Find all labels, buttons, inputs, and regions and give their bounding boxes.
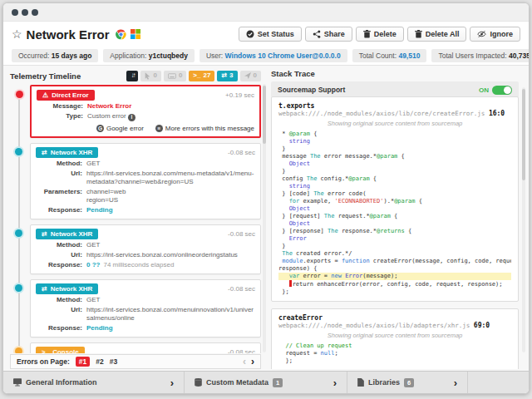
info-badge: Application: y1ctuqbedy [103, 49, 195, 62]
stack-frame[interactable]: t.exports webpack:///./node_modules/axio… [271, 96, 519, 302]
telemetry-timeline: ⚠Direct Error+0.19 secMessage:Network Er… [10, 85, 261, 353]
info-badge: Occurred: 15 days ago [12, 49, 98, 62]
filter-network-button[interactable]: ⇄3 [217, 71, 237, 81]
entry-field: Url:https://int-services.bonzai.com/menu… [36, 170, 255, 186]
info-badge[interactable]: Total Count: 49,510 [352, 49, 427, 62]
entry-field: Method:GET [36, 296, 255, 304]
telemetry-entry-network[interactable]: ⇄Network XHR-0.08 secMethod:GETUrl:https… [30, 279, 261, 337]
network-icon: ⇄ [42, 149, 47, 156]
network-icon: ⇄ [42, 230, 47, 238]
filter-inputs-button[interactable]: 0 [164, 71, 186, 81]
error-page-2[interactable]: #2 [96, 357, 103, 366]
frame-location: 16:0 [489, 110, 505, 117]
telemetry-entry-console[interactable]: >_Console-0.08 secSeverity:DEBUGMessage:… [30, 342, 261, 353]
tab-custom-metadata[interactable]: Custom Metadata1› [185, 372, 347, 393]
telemetry-panel: Telemetry Timeline ↓↑00>_27⇄30 ⚠Direct E… [10, 69, 261, 369]
action-google-error-link[interactable]: G Google error [96, 125, 144, 132]
navigation-icon [244, 72, 251, 79]
window-control-icon[interactable] [22, 9, 28, 16]
filter-console-button[interactable]: >_27 [189, 71, 214, 81]
error-icon: ⚠ [42, 91, 48, 99]
share-button[interactable]: Share [305, 27, 352, 42]
frame-file: webpack:///./node_modules/axios/lib/adap… [278, 322, 470, 329]
prev-error-arrow-icon[interactable]: ‹ [243, 356, 246, 367]
entry-field: Parameters:channel=web region=US [36, 188, 255, 204]
timeline-dot-icon [15, 229, 22, 237]
tab-count-badge: 1 [273, 378, 283, 387]
stack-frame[interactable]: createError webpack:///./node_modules/ax… [271, 308, 519, 369]
main-content: Telemetry Timeline ↓↑00>_27⇄30 ⚠Direct E… [3, 65, 529, 371]
error-page-1[interactable]: #1 [76, 357, 90, 367]
filter-navigation-button[interactable]: 0 [240, 71, 261, 81]
screen: ☆ Network Error Set StatusShareDeleteDel… [0, 0, 532, 399]
entry-type-badge: ⇄Network XHR [36, 147, 98, 158]
trash-icon [363, 30, 371, 38]
entry-timestamp: -0.08 sec [228, 348, 255, 353]
console-icon: >_ [193, 72, 200, 79]
entry-field: Method:GET [36, 241, 255, 249]
app-window: ☆ Network Error Set StatusShareDeleteDel… [2, 2, 530, 394]
set-status-button[interactable]: Set Status [239, 27, 302, 42]
window-control-icon[interactable] [12, 9, 18, 16]
network-icon: ⇄ [42, 285, 47, 293]
entry-type-badge: ⇄Network XHR [36, 283, 98, 294]
entry-field: Response:Pending [36, 206, 255, 214]
source-code: // Clean up request request = null; }; /… [278, 342, 511, 369]
timeline-dot-icon [15, 148, 22, 155]
filter-sort-button[interactable]: ↓↑ [126, 71, 138, 81]
entry-timestamp: -0.08 sec [228, 149, 255, 156]
chrome-icon [116, 29, 126, 40]
clicks-icon [145, 72, 150, 80]
windows-icon [131, 29, 140, 39]
telemetry-entry-network[interactable]: ⇄Network XHR-0.08 secMethod:GETUrl:https… [30, 224, 261, 274]
share-icon [313, 30, 321, 38]
action-more-errors-link[interactable]: ≡ More errors with this message [155, 125, 254, 132]
tab-general-information[interactable]: General Information› [3, 372, 185, 393]
entry-field: Type:Custom error i [37, 112, 254, 121]
info-icon[interactable]: i [128, 114, 135, 121]
entry-field: Url:https://int-services.bonzai.com/onli… [36, 251, 255, 259]
error-page-list: #1#2#3 [70, 357, 117, 366]
stack-scrollbar[interactable] [522, 87, 525, 352]
entry-type-badge: >_Console [36, 347, 85, 353]
info-badge[interactable]: User: Windows 10 Chrome User@0.0.0.0 [200, 49, 347, 62]
telemetry-entry-network[interactable]: ⇄Network XHR-0.08 secMethod:GETUrl:https… [30, 143, 261, 219]
window-control-icon[interactable] [32, 9, 38, 16]
tab-libraries[interactable]: Libraries6› [347, 372, 468, 393]
telemetry-entry-error[interactable]: ⚠Direct Error+0.19 secMessage:Network Er… [30, 85, 261, 138]
sourcemap-support-label: Sourcemap Support [278, 86, 345, 94]
telemetry-scrollbar[interactable] [263, 84, 266, 352]
info-badge: Total Users Impacted: 40,735 [431, 49, 530, 62]
delete-button[interactable]: Delete [356, 27, 404, 42]
entry-field: Url:https://int-services.bonzai.com/menu… [36, 306, 255, 323]
inputs-icon [168, 73, 176, 79]
entry-field: Response:0 ??74 milliseconds elapsed [36, 261, 255, 269]
error-info-bar: Occurred: 15 days agoApplication: y1ctuq… [3, 47, 529, 65]
chevron-right-icon: › [454, 377, 457, 388]
window-titlebar [3, 3, 529, 22]
filter-clicks-button[interactable]: 0 [140, 71, 160, 81]
favorite-star-icon[interactable]: ☆ [12, 27, 22, 41]
sourcemap-note: Showing original source content from sou… [278, 120, 511, 127]
frame-location: 69:0 [474, 322, 490, 329]
tab-count-badge: 6 [404, 378, 414, 387]
ignore-button[interactable]: Ignore [470, 27, 520, 42]
menu-circle-icon: ≡ [155, 125, 163, 132]
network-icon: ⇄ [221, 72, 227, 79]
error-header: ☆ Network Error Set StatusShareDeleteDel… [3, 22, 529, 47]
sourcemap-toggle[interactable] [492, 86, 512, 95]
google-icon: G [96, 125, 104, 132]
timeline-dot-icon [16, 91, 23, 98]
error-page-3[interactable]: #3 [110, 357, 117, 366]
frame-header: t.exports webpack:///./node_modules/axio… [278, 102, 511, 117]
entry-timestamp: -0.08 sec [228, 285, 255, 293]
frame-header: createError webpack:///./node_modules/ax… [278, 314, 511, 329]
source-code: * @param { string } message The error me… [278, 131, 511, 296]
chevron-right-icon: › [333, 377, 337, 388]
errors-on-page-bar: Errors on Page: #1#2#3 ‹ › [10, 354, 261, 369]
frame-function: createError [278, 314, 323, 322]
delete-all-button[interactable]: Delete All [407, 27, 467, 42]
sourcemap-toggle-state: ON [479, 86, 489, 94]
header-actions: Set StatusShareDeleteDelete AllIgnore [239, 27, 520, 42]
next-error-arrow-icon[interactable]: › [251, 356, 254, 367]
